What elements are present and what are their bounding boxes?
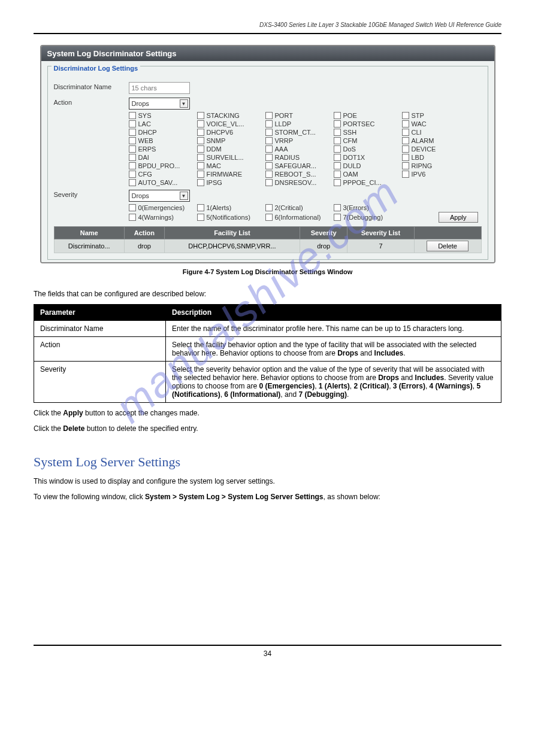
severity-select[interactable]: Drops ▼ [129,190,190,202]
facility-checkbox[interactable]: DoS [334,145,401,153]
facility-checkbox[interactable]: PORT [265,112,333,119]
action-select[interactable]: Drops ▼ [129,98,190,110]
facility-label: AUTO_SAV... [138,179,178,186]
checkbox-icon [265,129,273,136]
facility-checkbox[interactable]: ALARM [402,137,469,144]
results-td: 7 [347,239,414,253]
facility-checkbox[interactable]: STACKING [197,112,264,119]
checkbox-icon [334,112,341,119]
severity-checkbox[interactable]: 7(Debugging) [334,214,401,221]
facility-label: PORTSEC [343,120,375,127]
checkbox-icon [402,120,409,127]
facility-checkbox[interactable]: DDM [197,145,264,153]
results-th: Action [124,227,164,239]
checkbox-icon [265,154,273,161]
facility-checkbox[interactable]: LBD [402,154,469,161]
severity-checkbox[interactable]: 4(Warnings) [129,214,196,221]
severity-checkbox[interactable]: 1(Alerts) [197,204,264,211]
facility-checkbox[interactable]: VOICE_VL... [197,120,264,127]
facility-label: CLI [412,129,422,136]
facility-label: STP [412,112,424,119]
severity-checkbox[interactable]: 5(Notifications) [197,214,264,221]
facility-checkbox[interactable]: LAC [129,120,196,127]
facility-checkbox[interactable]: DOT1X [334,154,401,161]
facility-label: IPV6 [412,171,426,178]
facility-label: SYS [138,112,152,119]
facility-checkbox[interactable]: AAA [265,145,333,153]
delete-button[interactable]: Delete [427,241,468,251]
facility-label: OAM [343,171,358,178]
results-th: Name [54,227,124,239]
facility-checkbox[interactable]: WEB [129,137,196,144]
facility-checkbox[interactable]: CLI [402,129,469,136]
facility-checkbox[interactable]: CFM [334,137,401,144]
facility-checkbox[interactable]: SURVEILL... [197,154,264,161]
facility-checkbox[interactable]: STP [402,112,469,119]
checkbox-icon [197,137,204,144]
facility-checkbox[interactable]: REBOOT_S... [265,171,333,178]
facility-checkbox[interactable]: PPPOE_CI... [334,179,401,186]
facility-label: FIRMWARE [207,171,242,178]
facility-checkbox[interactable]: WAC [402,120,469,127]
facility-checkbox[interactable]: OAM [334,171,401,178]
facility-checkbox[interactable]: ERPS [129,145,196,153]
facility-checkbox[interactable]: STORM_CT... [265,129,333,136]
severity-checkbox[interactable]: 0(Emergencies) [129,204,196,211]
facility-checkbox[interactable]: VRRP [265,137,333,144]
facility-checkbox[interactable]: DULD [334,162,401,169]
facility-checkbox[interactable]: SAFEGUAR... [265,162,333,169]
intro-paragraph: The fields that can be configured are de… [34,290,501,298]
checkbox-icon [129,137,136,144]
severity-label: 0(Emergencies) [138,204,185,211]
facility-checkbox[interactable]: RIPNG [402,162,469,169]
screenshot-title: System Log Discriminator Settings [41,46,494,61]
checkbox-icon [197,204,204,211]
facility-checkbox[interactable]: DAI [129,154,196,161]
facility-label: LBD [412,154,424,161]
facility-label: CFM [343,137,358,144]
facility-checkbox[interactable]: AUTO_SAV... [129,179,196,186]
facility-checkbox[interactable]: MAC [197,162,264,169]
results-td: drop [300,239,347,253]
checkbox-icon [129,129,136,136]
facility-label: SAFEGUAR... [275,162,317,169]
facility-label: AAA [275,145,288,153]
facility-label: ERPS [138,145,156,153]
checkbox-icon [265,145,273,153]
navigation-path: To view the following window, click Syst… [34,493,501,501]
discriminator-name-input[interactable] [129,82,190,94]
facility-checkbox[interactable]: POE [334,112,401,119]
facility-checkbox[interactable]: SNMP [197,137,264,144]
checkbox-icon [197,179,204,186]
facility-checkbox[interactable]: DHCP [129,129,196,136]
facility-checkbox[interactable]: BPDU_PRO... [129,162,196,169]
severity-checkbox[interactable]: 3(Errors) [334,204,401,211]
facility-label: VOICE_VL... [207,120,244,127]
facility-label: IPSG [207,179,222,186]
severity-label: 5(Notifications) [207,214,250,221]
facility-checkbox[interactable]: SYS [129,112,196,119]
facility-checkbox[interactable]: IPV6 [402,171,469,178]
facility-label: STORM_CT... [275,129,316,136]
facility-checkbox[interactable]: DHCPV6 [197,129,264,136]
facility-checkbox[interactable]: CFG [129,171,196,178]
severity-checkbox[interactable]: 6(Informational) [265,214,333,221]
severity-checkbox[interactable]: 2(Critical) [265,204,333,211]
facility-label: RADIUS [275,154,300,161]
checkbox-icon [334,129,341,136]
facility-label: DHCP [138,129,157,136]
facility-checkbox[interactable]: PORTSEC [334,120,401,127]
apply-button[interactable]: Apply [439,212,478,223]
facility-checkbox[interactable]: DNSRESOV... [265,179,333,186]
checkbox-icon [265,162,273,169]
facility-checkbox[interactable]: SSH [334,129,401,136]
facility-checkbox[interactable]: LLDP [265,120,333,127]
facility-checkbox[interactable]: RADIUS [265,154,333,161]
facility-checkbox[interactable]: DEVICE [402,145,469,153]
checkbox-icon [402,154,409,161]
facility-checkbox[interactable]: IPSG [197,179,264,186]
checkbox-icon [334,179,341,186]
checkbox-icon [265,137,273,144]
facility-checkbox[interactable]: FIRMWARE [197,171,264,178]
facility-label: BPDU_PRO... [138,162,180,169]
